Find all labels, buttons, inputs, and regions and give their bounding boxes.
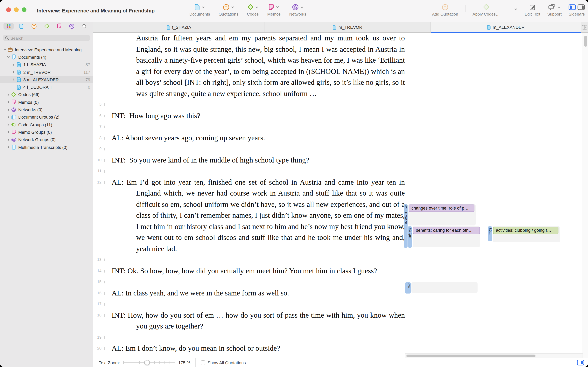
transcript-text[interactable]: AL: About seven years ago, coming up sev… (105, 132, 405, 143)
coding-dropdown-button[interactable] (514, 5, 518, 12)
tree-item-1-f-shazia[interactable]: 1 f_SHAZIA87 (0, 61, 93, 68)
minimize-window-icon[interactable] (14, 7, 19, 12)
tab-m-trevor[interactable]: m_TREVOR (264, 22, 431, 32)
close-window-icon[interactable] (6, 7, 11, 12)
horizontal-scrollbar-thumb[interactable] (406, 355, 536, 357)
transcript-text-area[interactable]: Austria for fifteen years and em my pare… (93, 33, 405, 358)
quotation-bar[interactable]: 3:3 Quot… (408, 226, 412, 248)
right-sidebar-toggle-icon[interactable] (577, 360, 585, 366)
tab-f-shazia[interactable]: f_SHAZIA (93, 22, 264, 32)
sidebar-strip-document-icon[interactable] (16, 23, 26, 29)
chevron-right-icon[interactable] (6, 116, 11, 119)
chevron-down-icon[interactable] (6, 55, 11, 59)
line-number: 20 (93, 343, 105, 354)
apply-codes-button[interactable]: Apply Codes… (472, 3, 500, 16)
quotation-bar[interactable]: 3:2… (488, 226, 492, 241)
transcript-text[interactable]: INT: So you were kind of in the middle o… (105, 155, 405, 166)
quotations-button[interactable]: ” Quotations (218, 3, 238, 16)
code-label[interactable]: activities: clubbing / going f… (493, 227, 558, 234)
chevron-right-icon[interactable] (6, 93, 11, 96)
tree-item-documents-4[interactable]: Documents (4) (0, 53, 93, 61)
networks-button[interactable]: Networks (289, 3, 306, 16)
memos-button[interactable]: Memos (267, 3, 281, 16)
sidebar-strip-memo-icon[interactable] (54, 23, 64, 29)
quotation-bar[interactable]: 3:4… (405, 282, 411, 293)
tree-item-multimedia-transcripts-0[interactable]: Multimedia Transcripts (0) (0, 143, 93, 151)
support-icon (548, 4, 555, 10)
quotation-icon: ” (223, 4, 229, 10)
chevron-right-icon[interactable] (11, 70, 16, 74)
show-all-quotations-checkbox[interactable] (201, 360, 205, 365)
text-zoom-slider[interactable] (124, 359, 175, 366)
memos-button-label: Memos (267, 12, 281, 16)
add-quotation-button[interactable]: ” Add Quotation (432, 3, 458, 16)
tree-item-document-groups-2[interactable]: Document Groups (2) (0, 113, 93, 121)
chevron-right-icon[interactable] (6, 108, 11, 111)
chevron-right-icon[interactable] (6, 130, 11, 134)
document-icon (16, 77, 21, 82)
quotation-bar[interactable]: 3:1 Quotation (404, 204, 408, 248)
transcript-text[interactable]: INT: How long ago was this? (105, 110, 405, 121)
line-tick (104, 148, 105, 150)
tree-item-label: Document Groups (2) (18, 115, 93, 120)
transcript-text[interactable]: AL: Em I don’t know, do you mean in scho… (105, 343, 405, 354)
search-input[interactable]: Search (3, 35, 90, 41)
zoom-window-icon[interactable] (22, 7, 26, 12)
apply-codes-label: Apply Codes… (472, 12, 500, 16)
sidebar-strip-project-explorer-icon[interactable] (3, 23, 14, 29)
tree-item-4-f-deborah[interactable]: 4 f_DEBORAH0 (0, 83, 93, 91)
chevron-right-icon[interactable] (11, 63, 16, 66)
document-icon (16, 70, 21, 75)
code-icon (247, 4, 253, 10)
transcript-text[interactable]: AL: In class yeah, and we were in the sa… (105, 287, 405, 299)
tab-m-alexander[interactable]: m_ALEXANDER (431, 22, 581, 32)
documents-button[interactable]: Documents (189, 3, 210, 16)
tree-item-3-m-alexander[interactable]: 3 m_ALEXANDER79 (0, 76, 93, 83)
left-sidebar-toggle-icon[interactable] (569, 4, 576, 10)
line-number: 13 (93, 254, 105, 265)
transcript-text[interactable]: Austria for fifteen years and em my pare… (105, 33, 405, 99)
horizontal-scrollbar[interactable] (405, 353, 583, 358)
chevron-down-icon[interactable] (2, 48, 7, 51)
code-label[interactable]: benefits: caring for each oth… (413, 227, 480, 234)
chevron-right-icon[interactable] (6, 100, 11, 104)
transcript-paragraph: 10INT: So you were kind of in the middle… (93, 155, 405, 166)
sidebar-strip-network-icon[interactable] (67, 23, 77, 29)
chevron-right-icon[interactable] (6, 138, 11, 141)
tree-item-interview-experience-and-meaning[interactable]: Interview: Experience and Meaning… (0, 46, 93, 53)
sidebar-strip-code-icon[interactable] (42, 23, 51, 29)
tree-item-networks-0[interactable]: Networks (0) (0, 106, 93, 114)
code-icon (11, 92, 16, 97)
support-button[interactable]: Support (547, 3, 562, 16)
right-sidebar-toggle-icon[interactable] (578, 4, 585, 10)
transcript-text[interactable]: INT: Ok. So how, how, how did you actual… (105, 265, 405, 276)
slider-thumb[interactable] (144, 360, 150, 365)
chevron-right-icon[interactable] (6, 145, 11, 149)
transcript-text[interactable]: INT: How, how do you sort of em … how do… (105, 310, 405, 332)
tree-item-codes-66[interactable]: Codes (66) (0, 91, 93, 99)
tree-item-memo-groups-0[interactable]: Memo Groups (0) (0, 128, 93, 136)
tree-item-memos-0[interactable]: Memos (0) (0, 98, 93, 106)
split-editor-button[interactable] (581, 22, 588, 32)
tree-item-code-groups-11[interactable]: Code Groups (11) (0, 121, 93, 128)
traffic-lights (6, 7, 26, 12)
transcript-text[interactable]: AL: Em I’d got into year ten, finished o… (105, 177, 405, 254)
vertical-scrollbar[interactable] (583, 33, 588, 358)
sidebar-strip-quotation-icon[interactable]: ” (29, 23, 39, 29)
code-label[interactable]: changes over time: role of p… (409, 204, 474, 212)
tree-item-2-m-trevor[interactable]: 2 m_TREVOR117 (0, 68, 93, 76)
transcript-blank-line: 9 (93, 143, 405, 155)
edit-text-button[interactable]: Edit Text (525, 3, 540, 16)
chevron-right-icon[interactable] (6, 123, 11, 126)
chevron-down-icon (557, 5, 561, 9)
transcript-blank-line: 13 (93, 254, 405, 265)
sidebar-strip-search-icon[interactable] (79, 23, 89, 29)
vertical-scrollbar-thumb[interactable] (584, 36, 587, 47)
tree-item-network-groups-0[interactable]: Network Groups (0) (0, 136, 93, 143)
document-icon (16, 84, 21, 90)
chevron-right-icon[interactable] (11, 78, 16, 82)
sidebars-button[interactable]: Sidebars (569, 3, 585, 16)
transcript-blank-line: 7 (93, 121, 405, 132)
tree-item-label: Memo Groups (0) (18, 130, 93, 134)
codes-button[interactable]: Codes (247, 3, 259, 16)
